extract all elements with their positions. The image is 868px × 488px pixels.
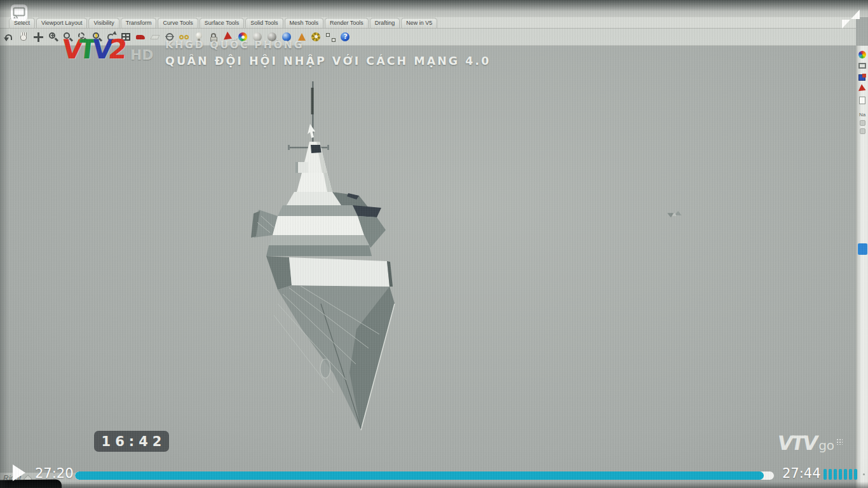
- left-vignette: [0, 0, 9, 488]
- cast-button[interactable]: [11, 4, 27, 21]
- program-caption: KHGD QUỐC PHÒNG QUÂN ĐỘI HỘI NHẬP VỚI CÁ…: [165, 39, 491, 67]
- move-icon[interactable]: [33, 32, 44, 43]
- side-panel-button[interactable]: [860, 120, 865, 126]
- cad-cursor-arrow: [308, 124, 315, 138]
- scene-timestamp-badge: 16:42: [94, 431, 169, 452]
- watermark-suffix: go: [818, 440, 834, 451]
- volume-bar[interactable]: [834, 469, 837, 480]
- color-wheel-icon[interactable]: [858, 51, 867, 59]
- channel-logo-letters: VTV2: [61, 37, 124, 62]
- monitor-icon[interactable]: [858, 62, 867, 71]
- volume-bar[interactable]: [839, 469, 842, 480]
- wedge-red-icon[interactable]: [858, 85, 867, 93]
- tab-render-tools[interactable]: Render Tools: [325, 18, 369, 28]
- side-panel: Na: [856, 46, 868, 488]
- viewport-cursor-artifact: [665, 207, 684, 222]
- scrollbar-thumb[interactable]: [858, 243, 867, 255]
- tab-surface-tools[interactable]: Surface Tools: [200, 18, 244, 28]
- play-button[interactable]: [13, 464, 25, 481]
- progress-fill: [75, 471, 764, 480]
- tab-drafting[interactable]: Drafting: [370, 18, 400, 28]
- tab-transform[interactable]: Transform: [121, 18, 157, 28]
- channel-logo: VTV2 HD: [62, 37, 154, 62]
- tab-mesh-tools[interactable]: Mesh Tools: [285, 18, 323, 28]
- tab-visibility[interactable]: Visibility: [88, 18, 119, 28]
- total-time: 27:44: [782, 466, 821, 481]
- program-category: KHGD QUỐC PHÒNG: [165, 39, 491, 51]
- program-title: QUÂN ĐỘI HỘI NHẬP VỚI CÁCH MẠNG 4.0: [165, 55, 491, 67]
- side-panel-label: Na: [859, 112, 865, 118]
- progress-bar[interactable]: [75, 471, 774, 480]
- watermark-dots-icon: [836, 438, 843, 445]
- tab-curve-tools[interactable]: Curve Tools: [158, 18, 198, 28]
- volume-bar[interactable]: [854, 469, 857, 480]
- document-icon[interactable]: [858, 97, 867, 105]
- watermark-brand: VTV: [776, 435, 818, 451]
- vtv-go-watermark: VTV go: [778, 435, 843, 451]
- layers-blue-icon[interactable]: [858, 74, 867, 82]
- volume-dot: [863, 473, 865, 475]
- side-panel-button[interactable]: [860, 128, 865, 134]
- cad-window-header: [0, 0, 868, 17]
- volume-bar[interactable]: [829, 469, 832, 480]
- resize-cursor-icon: [840, 8, 862, 30]
- tab-viewport-layout[interactable]: Viewport Layout: [36, 18, 87, 28]
- zoom-in-icon[interactable]: [48, 32, 58, 43]
- ship-model: [245, 75, 423, 437]
- tab-solid-tools[interactable]: Solid Tools: [245, 18, 283, 28]
- current-time: 27:20: [35, 466, 74, 481]
- volume-bar[interactable]: [849, 469, 852, 480]
- undo-icon[interactable]: [4, 32, 15, 43]
- cast-icon: [13, 7, 25, 18]
- volume-bar[interactable]: [824, 469, 827, 480]
- volume-indicator[interactable]: [824, 469, 859, 480]
- channel-letter: 2: [107, 34, 124, 65]
- tab-strip: SelectViewport LayoutVisibilityTransform…: [0, 17, 856, 29]
- channel-quality-badge: HD: [130, 48, 154, 62]
- pan-hand-icon[interactable]: [18, 32, 29, 43]
- tab-new-in-v5[interactable]: New in V5: [401, 18, 437, 28]
- video-player-screen: SelectViewport LayoutVisibilityTransform…: [0, 0, 868, 488]
- volume-bar[interactable]: [844, 469, 847, 480]
